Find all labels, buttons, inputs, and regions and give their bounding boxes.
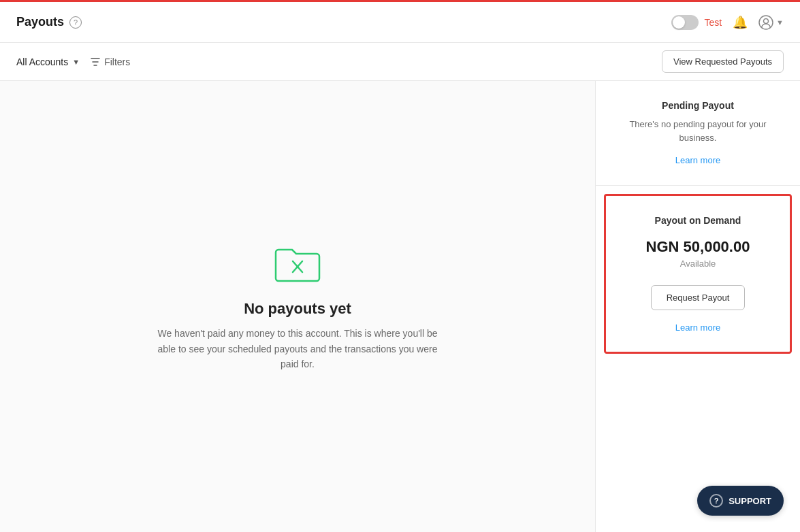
test-label: Test [704, 17, 722, 28]
empty-folder-icon [273, 243, 322, 286]
empty-title: No payouts yet [244, 300, 351, 318]
toggle-wrap: Test [671, 15, 722, 30]
help-icon[interactable]: ? [69, 16, 82, 29]
support-circle-icon: ? [709, 494, 723, 508]
view-requested-payouts-button[interactable]: View Requested Payouts [662, 50, 784, 73]
filter-icon [91, 57, 100, 67]
empty-description: We haven't paid any money to this accoun… [148, 326, 447, 371]
demand-available-label: Available [622, 259, 773, 269]
topbar-left: Payouts ? [16, 15, 82, 29]
empty-state: No payouts yet We haven't paid any money… [148, 243, 447, 371]
test-mode-toggle[interactable] [671, 15, 699, 30]
svg-point-1 [764, 18, 769, 23]
topbar-right: Test 🔔 ▼ [671, 15, 784, 30]
support-button[interactable]: ? SUPPORT [697, 486, 784, 516]
topbar: Payouts ? Test 🔔 ▼ [0, 2, 800, 43]
request-payout-button[interactable]: Request Payout [651, 285, 746, 310]
toolbar: All Accounts ▼ Filters View Requested Pa… [0, 43, 800, 81]
filters-label: Filters [104, 56, 130, 67]
user-avatar-icon [758, 15, 773, 30]
main-layout: No payouts yet We haven't paid any money… [0, 81, 800, 532]
demand-learn-more-link[interactable]: Learn more [622, 322, 773, 333]
pending-payout-learn-more-link[interactable]: Learn more [675, 155, 720, 165]
content-area: No payouts yet We haven't paid any money… [0, 81, 596, 532]
right-sidebar: Pending Payout There's no pending payout… [596, 81, 800, 532]
accounts-chevron-icon: ▼ [72, 58, 80, 66]
filters-button[interactable]: Filters [91, 56, 130, 67]
page-title: Payouts [16, 15, 64, 29]
demand-amount: NGN 50,000.00 [622, 238, 773, 256]
support-label: SUPPORT [729, 496, 771, 506]
notification-bell-icon[interactable]: 🔔 [733, 15, 748, 30]
pending-payout-description: There's no pending payout for your busin… [612, 118, 784, 144]
demand-title: Payout on Demand [622, 215, 773, 226]
user-menu[interactable]: ▼ [758, 15, 784, 30]
toolbar-left: All Accounts ▼ Filters [16, 56, 130, 67]
pending-payout-title: Pending Payout [612, 100, 784, 111]
chevron-down-icon: ▼ [776, 18, 784, 27]
pending-payout-panel: Pending Payout There's no pending payout… [596, 81, 800, 186]
accounts-dropdown[interactable]: All Accounts ▼ [16, 56, 80, 67]
payout-on-demand-panel: Payout on Demand NGN 50,000.00 Available… [604, 194, 792, 354]
accounts-label: All Accounts [16, 56, 68, 67]
